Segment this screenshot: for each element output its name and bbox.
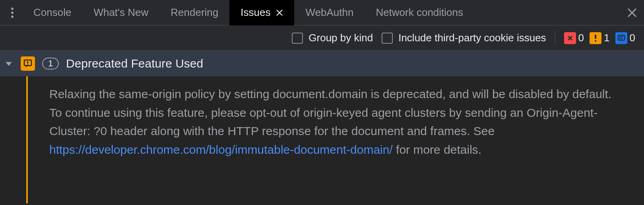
close-icon [627, 8, 637, 18]
include-third-party-checkbox[interactable]: Include third-party cookie issues [382, 32, 546, 44]
tab-label: Console [33, 6, 71, 19]
group-by-kind-checkbox[interactable]: Group by kind [292, 32, 373, 44]
issue-body-area: Relaxing the same-origin policy by setti… [0, 76, 644, 203]
error-count: 0 [578, 32, 584, 44]
issue-learn-more-link[interactable]: https://developer.chrome.com/blog/immuta… [49, 143, 393, 156]
tab-console[interactable]: Console [22, 0, 82, 25]
svg-rect-10 [595, 40, 596, 42]
issue-body-text-after: for more details. [393, 143, 481, 156]
more-tabs-button[interactable] [2, 0, 22, 25]
svg-rect-11 [618, 35, 625, 40]
issue-count-value: 1 [48, 58, 53, 69]
svg-point-2 [11, 15, 14, 18]
tab-label: Rendering [171, 6, 218, 19]
drawer-tab-bar: Console What's New Rendering Issues WebA… [0, 0, 644, 25]
checkbox-box [292, 33, 303, 44]
tab-webauthn[interactable]: WebAuthn [294, 0, 365, 25]
tab-label: Network conditions [376, 6, 463, 19]
svg-marker-14 [6, 62, 12, 66]
svg-rect-17 [27, 64, 28, 66]
issue-body-text: Relaxing the same-origin policy by setti… [49, 87, 611, 137]
issues-toolbar: Group by kind Include third-party cookie… [0, 25, 644, 51]
svg-rect-16 [27, 61, 28, 64]
info-icon [615, 32, 627, 44]
svg-point-1 [11, 12, 14, 14]
error-icon [564, 32, 576, 44]
chevron-down-icon [4, 59, 14, 68]
severity-warning-icon [21, 56, 35, 71]
issue-gutter [0, 76, 28, 203]
checkbox-label: Group by kind [308, 32, 373, 44]
toolbar-divider [555, 31, 555, 45]
checkbox-box [382, 33, 393, 44]
svg-point-0 [11, 8, 14, 10]
issue-count-pill: 1 [42, 58, 59, 70]
info-count-button[interactable]: 0 [615, 32, 635, 44]
issue-description: Relaxing the same-origin policy by setti… [28, 76, 632, 203]
issue-title: Deprecated Feature Used [66, 57, 203, 70]
svg-rect-9 [595, 35, 596, 39]
kebab-icon [11, 8, 14, 18]
tab-rendering[interactable]: Rendering [159, 0, 229, 25]
issue-row-header[interactable]: 1 Deprecated Feature Used [0, 51, 644, 76]
tab-whats-new[interactable]: What's New [82, 0, 159, 25]
checkbox-label: Include third-party cookie issues [398, 32, 546, 44]
warning-count: 1 [604, 32, 609, 44]
tab-issues[interactable]: Issues [229, 0, 294, 25]
close-icon [276, 9, 283, 16]
disclosure-triangle[interactable] [4, 59, 14, 68]
warning-icon [590, 32, 601, 44]
warning-count-button[interactable]: 1 [590, 32, 609, 44]
tab-network-conditions[interactable]: Network conditions [365, 0, 474, 25]
tab-close-button[interactable] [276, 9, 283, 16]
issue-counts: 0 1 0 [564, 32, 635, 44]
error-count-button[interactable]: 0 [564, 32, 584, 44]
tab-label: What's New [93, 6, 148, 19]
info-count: 0 [630, 32, 635, 44]
tab-label: Issues [241, 6, 270, 19]
close-drawer-button[interactable] [620, 0, 644, 25]
tab-label: WebAuthn [305, 6, 353, 19]
